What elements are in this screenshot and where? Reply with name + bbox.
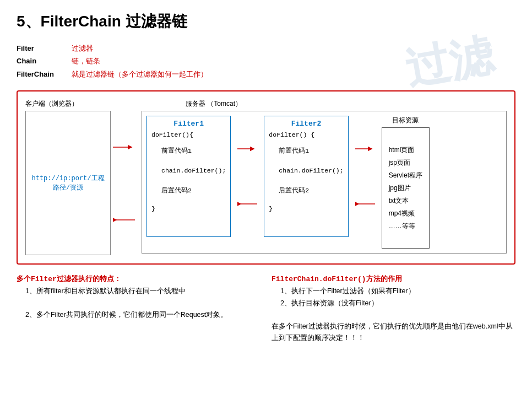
target-item-6: ……等等 (389, 222, 422, 231)
bottom-left: 多个Filter过滤器执行的特点： 1、所有filter和目标资源默认都执行在同… (17, 273, 260, 344)
arrow-f1-to-f2-forward (237, 143, 257, 154)
arrow-target-to-f2-backward (355, 198, 375, 209)
target-item-3: jpg图片 (389, 184, 422, 193)
page-title: 5、FilterChain 过滤器链 (17, 11, 515, 32)
vocab-def-chain: 链，链条 (72, 55, 100, 67)
bottom-right-item-1: 2、执行目标资源（没有Filter） (272, 298, 515, 309)
bottom-left-title: 多个Filter过滤器执行的特点： (17, 273, 260, 286)
arrow-f1-to-client-backward (113, 214, 135, 225)
filter2-block: Filter2 doFilter() { 前置代码1 chain.doFilte… (264, 116, 348, 237)
filter2-title: Filter2 (269, 120, 343, 128)
arrow-f2-to-f1-backward (237, 198, 257, 209)
diagram-container: 客户端（浏览器） http://ip:port/工程路径/资源 (17, 90, 515, 265)
target-section: 目标资源 html页面 jsp页面 Servlet程序 jpg图片 txt文本 … (382, 116, 430, 249)
vocab-term-chain: Chain (17, 55, 61, 67)
target-item-0: html页面 (389, 146, 422, 155)
target-item-2: Servlet程序 (389, 171, 422, 180)
vocab-table: Filter 过滤器 Chain 链，链条 FilterChain 就是过滤器链… (17, 42, 515, 80)
vocab-term-filter: Filter (17, 42, 61, 55)
filter1-block: Filter1 doFilter(){ 前置代码1 chain.doFilter… (146, 116, 231, 237)
bottom-left-item-1: 2、多个Filter共同执行的时候，它们都使用同一个Request对象。 (17, 309, 260, 321)
filter2-code: doFilter() { 前置代码1 chain.doFilter(); 后置代… (269, 130, 343, 214)
bottom-left-item-0: 1、所有filter和目标资源默认都执行在同一个线程中 (17, 286, 260, 297)
bottom-right: FilterChain.doFilter()方法的作用 1、执行下一个Filte… (272, 273, 515, 344)
server-inner: Filter1 doFilter(){ 前置代码1 chain.doFilter… (142, 111, 507, 254)
vocab-row-filterchain: FilterChain 就是过滤器链（多个过滤器如何一起工作） (17, 68, 515, 80)
arrow-f2-to-target-forward (355, 143, 375, 154)
vocab-row-filter: Filter 过滤器 (17, 42, 515, 55)
filter1-code: doFilter(){ 前置代码1 chain.doFilter(); 后置代码… (151, 130, 226, 214)
vocab-term-filterchain: FilterChain (17, 68, 61, 80)
target-box: html页面 jsp页面 Servlet程序 jpg图片 txt文本 mp4视频… (382, 127, 430, 249)
client-section: 客户端（浏览器） http://ip:port/工程路径/资源 (25, 99, 111, 255)
bottom-section: 多个Filter过滤器执行的特点： 1、所有filter和目标资源默认都执行在同… (17, 273, 515, 344)
arrow-client-to-f1-forward (113, 142, 135, 153)
target-item-4: txt文本 (389, 196, 422, 206)
server-section: 服务器 （Tomcat） Filter1 doFilter(){ 前置代码1 c… (142, 99, 507, 254)
bottom-right-note: 在多个Filter过滤器执行的时候，它们执行的优先顺序是由他们在web.xml中… (272, 321, 515, 344)
target-item-5: mp4视频 (389, 209, 422, 218)
target-item-1: jsp页面 (389, 158, 422, 168)
client-label: 客户端（浏览器） (25, 99, 111, 109)
target-label: 目标资源 (382, 116, 430, 125)
filter1-title: Filter1 (151, 120, 226, 128)
client-url: http://ip:port/工程路径/资源 (30, 174, 106, 192)
server-label: 服务器 （Tomcat） (186, 99, 507, 109)
vocab-def-filterchain: 就是过滤器链（多个过滤器如何一起工作） (72, 68, 208, 80)
vocab-row-chain: Chain 链，链条 (17, 55, 515, 67)
bottom-right-item-0: 1、执行下一个Filter过滤器（如果有Filter） (272, 286, 515, 297)
bottom-right-title: FilterChain.doFilter()方法的作用 (272, 273, 515, 286)
vocab-def-filter: 过滤器 (72, 42, 93, 55)
